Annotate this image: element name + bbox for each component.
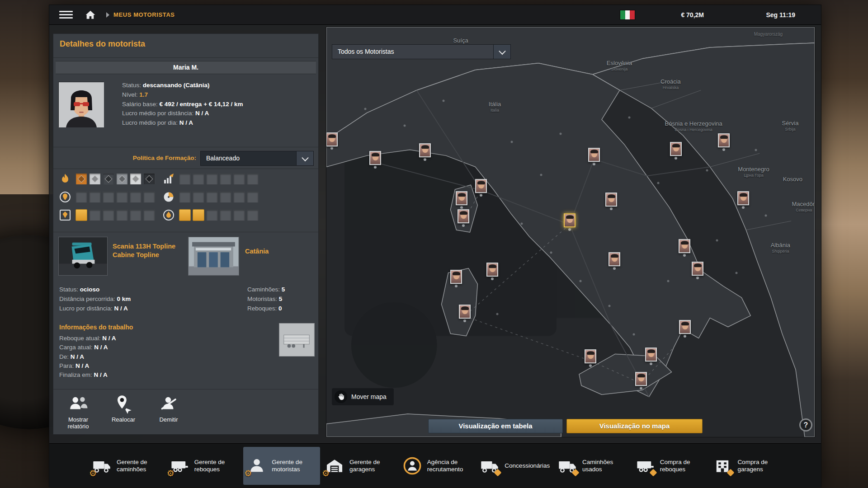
tab-driver-manager[interactable]: ⚙Gerente de motoristas bbox=[243, 447, 320, 485]
report-button[interactable]: Mostrar relatório bbox=[59, 394, 98, 430]
driver-marker[interactable] bbox=[609, 253, 620, 267]
garage-manager-icon: ⚙ bbox=[325, 456, 344, 476]
player-money: € 70,2M bbox=[681, 11, 704, 19]
chevron-down-icon[interactable] bbox=[493, 45, 510, 59]
skill-level-cell bbox=[143, 191, 155, 203]
driver-marker[interactable] bbox=[718, 133, 730, 147]
truck-thumbnail[interactable] bbox=[58, 237, 108, 276]
city-dot bbox=[593, 163, 595, 165]
map-view-button[interactable]: Visualização no mapa bbox=[566, 419, 703, 433]
tab-label: Gerente de garagens bbox=[349, 459, 393, 473]
management-tab-bar: ⚙Gerente de caminhões⚙Gerente de reboque… bbox=[49, 443, 821, 488]
help-button[interactable]: ? bbox=[799, 418, 812, 432]
dismiss-button[interactable]: Demitir bbox=[149, 394, 188, 430]
tab-recruitment-agency[interactable]: Agência de recrutamento bbox=[399, 447, 476, 485]
stat-row: Finaliza em: N / A bbox=[59, 371, 116, 380]
driver-marker[interactable] bbox=[459, 305, 471, 319]
tab-label: Gerente de motoristas bbox=[272, 459, 315, 473]
tab-garage-manager[interactable]: ⚙Gerente de garagens bbox=[321, 447, 398, 485]
skill-level-cell bbox=[247, 191, 259, 203]
tab-truck-manager[interactable]: ⚙Gerente de caminhões bbox=[88, 447, 165, 485]
tab-used-trucks[interactable]: Caminhões usados bbox=[554, 447, 631, 485]
driver-marker[interactable] bbox=[419, 143, 431, 157]
skill-level-cell bbox=[75, 191, 87, 203]
skill-level-cell bbox=[89, 209, 101, 221]
home-icon[interactable] bbox=[85, 9, 96, 21]
city-dot bbox=[374, 166, 377, 169]
skill-level-cell bbox=[116, 191, 128, 203]
garage-name[interactable]: Catânia bbox=[245, 248, 269, 255]
game-management-window: MEUS MOTORISTAS € 70,2M Seg 11:19 Detalh… bbox=[49, 5, 821, 487]
driver-marker[interactable] bbox=[458, 209, 469, 223]
adr-icon bbox=[59, 173, 71, 185]
city-dot bbox=[579, 280, 581, 282]
driver-marker[interactable] bbox=[605, 192, 617, 206]
gear-icon: ⚙ bbox=[167, 469, 175, 478]
driver-marker[interactable] bbox=[326, 132, 338, 146]
driver-skills bbox=[59, 172, 315, 222]
stat-value: 1.7 bbox=[139, 91, 148, 98]
dealerships-icon bbox=[480, 456, 500, 476]
driver-marker[interactable] bbox=[737, 191, 749, 205]
menu-icon[interactable] bbox=[59, 11, 73, 19]
driver-marker-selected[interactable] bbox=[564, 213, 576, 227]
city-dot bbox=[613, 267, 616, 270]
tab-trailer-purchase[interactable]: Compra de reboques bbox=[632, 447, 708, 485]
driver-marker[interactable] bbox=[645, 347, 657, 361]
report-icon bbox=[68, 394, 89, 414]
driver-marker[interactable] bbox=[486, 263, 498, 277]
city-dot bbox=[443, 100, 445, 102]
dismiss-icon bbox=[158, 394, 179, 414]
city-dot bbox=[511, 141, 513, 143]
move-map-button[interactable]: Mover mapa bbox=[332, 388, 394, 405]
stat-value: N / A bbox=[179, 119, 193, 126]
stat-label: De: bbox=[59, 353, 69, 360]
stat-label: Salário base: bbox=[122, 101, 158, 108]
drivers-map[interactable]: SuíçaMagyarországEslovêniaSlovenijaCroác… bbox=[326, 27, 815, 437]
garage-thumbnail[interactable] bbox=[188, 237, 239, 276]
driver-marker[interactable] bbox=[450, 270, 462, 284]
driver-marker[interactable] bbox=[588, 148, 600, 162]
driver-marker[interactable] bbox=[692, 262, 703, 276]
driver-marker[interactable] bbox=[475, 179, 487, 193]
table-view-button[interactable]: Visualização em tabela bbox=[428, 419, 563, 433]
just-in-time-skill-row bbox=[162, 190, 259, 204]
long-distance-icon bbox=[59, 191, 71, 203]
driver-marker[interactable] bbox=[635, 372, 647, 386]
stat-label: Nível: bbox=[122, 91, 138, 98]
breadcrumb[interactable]: MEUS MOTORISTAS bbox=[113, 11, 175, 18]
driver-portrait bbox=[58, 82, 104, 127]
job-info: Reboque atual: N / ACarga atual: N / ADe… bbox=[59, 334, 116, 380]
tab-garage-purchase[interactable]: Compra de garagens bbox=[709, 447, 786, 485]
relocate-button[interactable]: Realocar bbox=[104, 394, 143, 430]
city-dot bbox=[364, 108, 367, 110]
driver-marker[interactable] bbox=[670, 142, 682, 156]
tab-label: Gerente de reboques bbox=[194, 459, 238, 473]
truck-name[interactable]: Scania 113H Topline Cabine Topline bbox=[113, 242, 189, 259]
city-dot bbox=[496, 313, 499, 315]
driver-marker[interactable] bbox=[369, 151, 381, 165]
driver-name: Maria M. bbox=[56, 61, 316, 74]
city-dot bbox=[463, 319, 466, 322]
driver-filter-dropdown[interactable]: Todos os Motoristas bbox=[332, 44, 511, 59]
italy-flag-icon bbox=[620, 10, 635, 20]
divider bbox=[53, 389, 318, 389]
stat-label: Carga atual: bbox=[59, 344, 93, 351]
skill-level-cell bbox=[220, 209, 231, 221]
chevron-down-icon[interactable] bbox=[296, 151, 313, 165]
tab-trailer-manager[interactable]: ⚙Gerente de reboques bbox=[166, 447, 243, 485]
driver-marker[interactable] bbox=[585, 349, 596, 363]
stat-value: € 492 / entrega + € 14,12 / km bbox=[160, 101, 243, 108]
stat-label: Lucro médio por dia: bbox=[122, 119, 178, 126]
driver-marker[interactable] bbox=[679, 239, 690, 253]
driver-marker[interactable] bbox=[456, 191, 467, 205]
driver-details-panel: Detalhes do motorista Maria M. Status: d… bbox=[53, 33, 319, 435]
tab-dealerships[interactable]: Concessionárias bbox=[476, 447, 553, 485]
tab-label: Agência de recrutamento bbox=[427, 459, 471, 473]
city-dot bbox=[633, 333, 635, 336]
city-dot bbox=[462, 224, 465, 227]
training-policy-dropdown[interactable]: Balanceado bbox=[200, 151, 314, 166]
tab-label: Gerente de caminhões bbox=[117, 459, 160, 473]
driver-marker[interactable] bbox=[679, 320, 691, 334]
map-graphic bbox=[326, 27, 815, 437]
